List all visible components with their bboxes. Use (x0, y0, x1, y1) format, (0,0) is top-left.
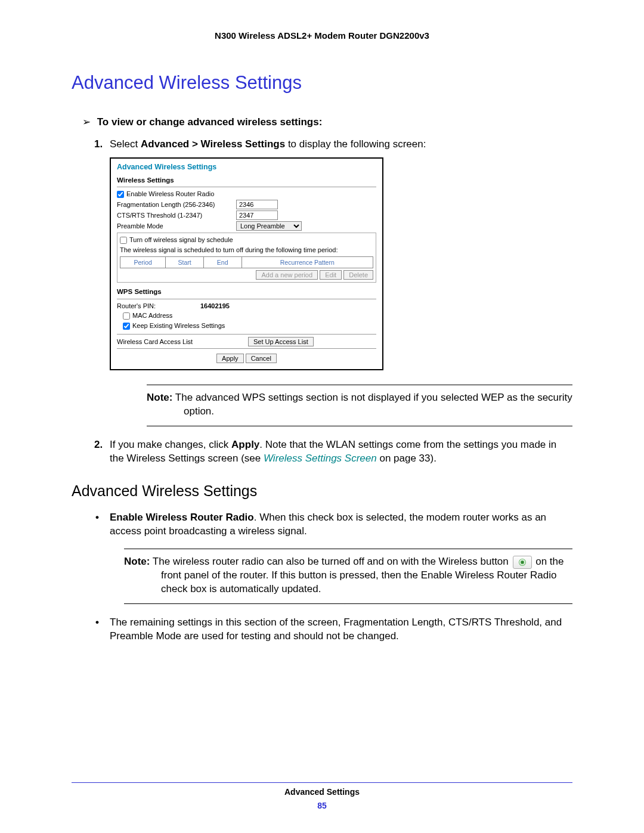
keep-existing-checkbox[interactable] (123, 323, 130, 330)
page-footer: Advanced Settings 85 (72, 782, 572, 812)
setup-access-list-button[interactable]: Set Up Access List (248, 337, 314, 346)
schedule-checkbox[interactable] (120, 237, 127, 244)
th-end: End (203, 256, 242, 268)
access-list-label: Wireless Card Access List (117, 337, 248, 346)
cts-label: CTS/RTS Threshold (1-2347) (117, 211, 236, 220)
th-start: Start (166, 256, 204, 268)
wireless-settings-header: Wireless Settings (117, 176, 376, 185)
step-1-number: 1. (94, 138, 103, 151)
step-2: 2. If you make changes, click Apply. Not… (94, 438, 572, 466)
mac-address-label: MAC Address (132, 311, 172, 320)
th-period: Period (120, 256, 166, 268)
bullet-2: The remaining settings in this section o… (94, 616, 572, 643)
cancel-button[interactable]: Cancel (246, 354, 277, 363)
procedure-heading-text: To view or change advanced wireless sett… (97, 116, 323, 128)
footer-page-number: 85 (72, 800, 572, 812)
note-2-text-pre: The wireless router radio can also be tu… (150, 556, 511, 567)
routers-pin-label: Router's PIN: (117, 302, 200, 311)
sub-title: Advanced Wireless Settings (72, 481, 572, 501)
enable-radio-label: Enable Wireless Router Radio (126, 190, 214, 199)
page-header: N300 Wireless ADSL2+ Modem Router DGN220… (72, 30, 572, 42)
frag-input[interactable] (236, 200, 278, 209)
keep-existing-label: Keep Existing Wireless Settings (132, 321, 225, 330)
bullet-1: Enable Wireless Router Radio. When this … (94, 511, 572, 605)
wireless-button-icon (513, 556, 532, 569)
mac-address-checkbox[interactable] (123, 312, 130, 320)
wireless-settings-link[interactable]: Wireless Settings Screen (264, 453, 377, 464)
cts-input[interactable] (236, 210, 278, 220)
step-1: 1. Select Advanced > Wireless Settings t… (94, 138, 572, 426)
step-1-text: Select Advanced > Wireless Settings to d… (110, 138, 426, 150)
arrow-icon: ➢ (82, 116, 92, 129)
note-1-text: The advanced WPS settings section is not… (172, 392, 572, 417)
procedure-heading: ➢ To view or change advanced wireless se… (94, 116, 572, 129)
step-2-number: 2. (94, 438, 103, 452)
routers-pin-value: 16402195 (200, 302, 230, 311)
note-1: Note: The advanced WPS settings section … (147, 385, 572, 426)
settings-panel: Advanced Wireless Settings Wireless Sett… (110, 157, 383, 370)
preamble-select[interactable]: Long Preamble (236, 221, 302, 231)
note-2: Note: The wireless router radio can also… (124, 549, 572, 604)
preamble-label: Preamble Mode (117, 222, 236, 231)
apply-button[interactable]: Apply (216, 354, 244, 363)
footer-title: Advanced Settings (72, 786, 572, 798)
wps-settings-header: WPS Settings (117, 287, 376, 297)
panel-title: Advanced Wireless Settings (117, 162, 376, 172)
schedule-checkbox-label: Turn off wireless signal by schedule (129, 236, 233, 244)
schedule-note: The wireless signal is scheduled to turn… (120, 246, 373, 255)
edit-period-button[interactable]: Edit (320, 270, 342, 280)
enable-radio-checkbox[interactable] (117, 191, 124, 198)
add-period-button[interactable]: Add a new period (256, 270, 318, 280)
frag-label: Fragmentation Length (256-2346) (117, 200, 236, 209)
delete-period-button[interactable]: Delete (343, 270, 373, 280)
note-2-label: Note: (124, 556, 150, 567)
schedule-box: Turn off wireless signal by schedule The… (117, 233, 376, 283)
main-title: Advanced Wireless Settings (72, 70, 572, 95)
step-2-text: If you make changes, click Apply. Note t… (110, 439, 556, 464)
note-1-label: Note: (147, 392, 172, 403)
th-pattern: Recurrence Pattern (242, 256, 373, 268)
schedule-table: Period Start End Recurrence Pattern (120, 256, 373, 268)
